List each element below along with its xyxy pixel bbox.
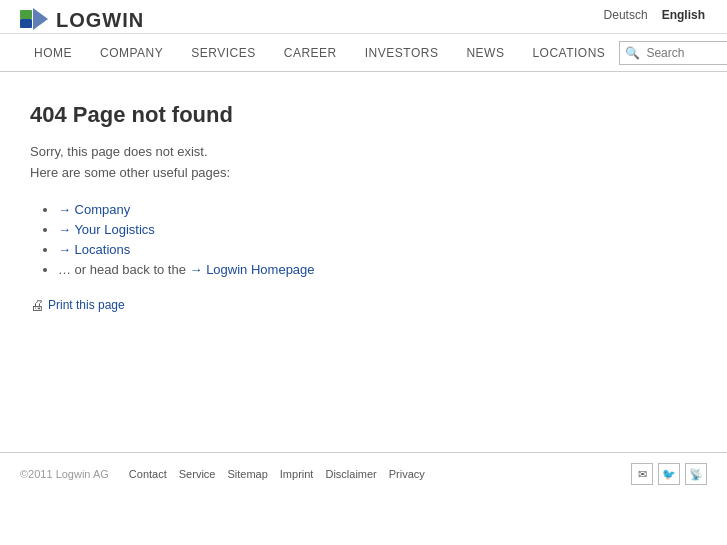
lang-deutsch[interactable]: Deutsch xyxy=(604,8,648,22)
logo-area[interactable]: LOGWIN xyxy=(20,8,144,33)
footer-link-disclaimer[interactable]: Disclaimer xyxy=(325,468,376,480)
footer-copyright: ©2011 Logwin AG xyxy=(20,468,109,480)
search-icon: 🔍 xyxy=(620,46,642,60)
list-item: … or head back to the → Logwin Homepage xyxy=(58,262,697,277)
nav-bar: HOMECOMPANYSERVICESCAREERINVESTORSNEWSLO… xyxy=(0,34,727,72)
logo-icon xyxy=(20,8,50,33)
list-item: → Locations xyxy=(58,242,697,257)
print-area[interactable]: 🖨 Print this page xyxy=(30,297,697,313)
svg-marker-2 xyxy=(33,8,48,30)
useful-link-2[interactable]: → Locations xyxy=(58,242,130,257)
email-icon[interactable]: ✉ xyxy=(631,463,653,485)
list-item: → Company xyxy=(58,202,697,217)
twitter-icon[interactable]: 🐦 xyxy=(658,463,680,485)
nav-item-company[interactable]: COMPANY xyxy=(86,34,177,72)
language-bar: Deutsch English xyxy=(602,8,707,22)
footer: ©2011 Logwin AG ContactServiceSitemapImp… xyxy=(0,452,727,495)
footer-link-service[interactable]: Service xyxy=(179,468,216,480)
print-icon: 🖨 xyxy=(30,297,44,313)
useful-links-list: → Company→ Your Logistics→ Locations… or… xyxy=(30,202,697,277)
svg-rect-1 xyxy=(20,19,32,28)
footer-link-imprint[interactable]: Imprint xyxy=(280,468,314,480)
nav-links: HOMECOMPANYSERVICESCAREERINVESTORSNEWSLO… xyxy=(20,34,619,72)
footer-social-icons: ✉🐦📡 xyxy=(631,463,707,485)
logo-text: LOGWIN xyxy=(56,9,144,32)
list-item: → Your Logistics xyxy=(58,222,697,237)
nav-item-news[interactable]: NEWS xyxy=(452,34,518,72)
print-label[interactable]: Print this page xyxy=(48,298,125,312)
svg-rect-0 xyxy=(20,10,32,19)
error-line1: Sorry, this page does not exist. xyxy=(30,142,697,163)
footer-link-privacy[interactable]: Privacy xyxy=(389,468,425,480)
useful-link-1[interactable]: → Your Logistics xyxy=(58,222,155,237)
nav-item-investors[interactable]: INVESTORS xyxy=(351,34,453,72)
error-title: 404 Page not found xyxy=(30,102,697,128)
lang-english[interactable]: English xyxy=(662,8,705,22)
main-content: 404 Page not found Sorry, this page does… xyxy=(0,72,727,452)
nav-item-home[interactable]: HOME xyxy=(20,34,86,72)
nav-item-career[interactable]: CAREER xyxy=(270,34,351,72)
homepage-link[interactable]: → Logwin Homepage xyxy=(190,262,315,277)
rss-icon[interactable]: 📡 xyxy=(685,463,707,485)
nav-item-locations[interactable]: LOCATIONS xyxy=(518,34,619,72)
footer-link-sitemap[interactable]: Sitemap xyxy=(227,468,267,480)
footer-links: ContactServiceSitemapImprintDisclaimerPr… xyxy=(129,468,425,480)
error-subtitle: Sorry, this page does not exist. Here ar… xyxy=(30,142,697,184)
footer-link-contact[interactable]: Contact xyxy=(129,468,167,480)
search-box: 🔍 ▶ xyxy=(619,41,727,65)
search-input[interactable] xyxy=(642,42,727,64)
error-line2: Here are some other useful pages: xyxy=(30,163,697,184)
nav-item-services[interactable]: SERVICES xyxy=(177,34,269,72)
useful-link-0[interactable]: → Company xyxy=(58,202,130,217)
